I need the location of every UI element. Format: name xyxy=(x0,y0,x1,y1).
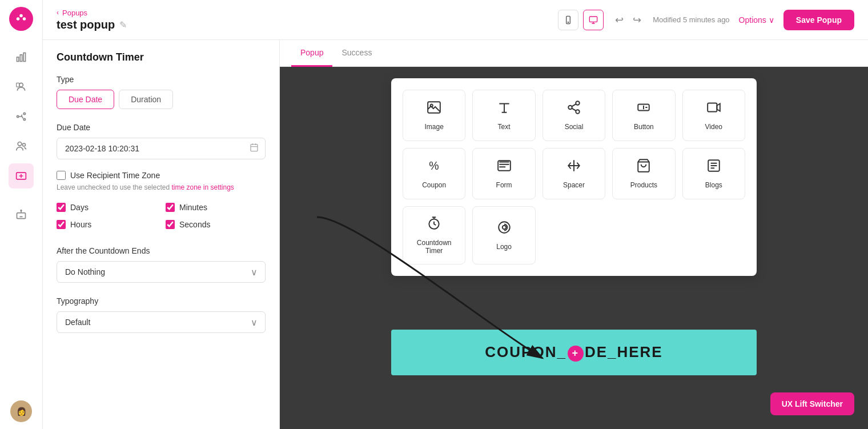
hours-label: Hours xyxy=(70,220,91,229)
picker-video[interactable]: Video xyxy=(682,90,745,141)
picker-blogs[interactable]: Blogs xyxy=(682,148,745,199)
days-row: Days xyxy=(57,203,156,212)
social-label: Social xyxy=(565,123,584,131)
nav-contacts[interactable] xyxy=(9,74,34,99)
form-icon xyxy=(497,158,512,177)
after-countdown-select[interactable]: Do Nothing xyxy=(57,261,266,283)
picker-spacer[interactable]: Spacer xyxy=(542,148,605,199)
days-label: Days xyxy=(70,203,89,212)
modified-text: Modified 5 minutes ago xyxy=(653,15,729,24)
days-checkbox[interactable] xyxy=(57,203,66,212)
nav-analytics[interactable] xyxy=(9,45,34,70)
tz-settings-link[interactable]: time zone in settings xyxy=(171,183,234,191)
breadcrumb-arrow: ‹ xyxy=(57,9,59,17)
svg-point-21 xyxy=(431,105,433,107)
coupon-label: Coupon xyxy=(422,181,446,189)
tab-success[interactable]: Success xyxy=(332,40,381,67)
breadcrumb[interactable]: ‹ Popups xyxy=(57,9,549,17)
typography-select[interactable]: Default xyxy=(57,311,266,333)
svg-point-0 xyxy=(17,17,20,21)
svg-point-17 xyxy=(568,22,569,22)
picker-button[interactable]: Button xyxy=(612,90,675,141)
seconds-label: Seconds xyxy=(179,220,210,229)
page-title: test popup xyxy=(57,18,115,31)
svg-point-10 xyxy=(23,118,25,120)
minutes-checkbox[interactable] xyxy=(166,203,175,212)
picker-logo[interactable]: Logo xyxy=(472,206,535,264)
breadcrumb-label: Popups xyxy=(62,9,87,17)
topbar-right: ↩ ↪ Modified 5 minutes ago Options ∨ Sav… xyxy=(613,10,854,30)
svg-rect-5 xyxy=(23,53,25,62)
nav-users[interactable] xyxy=(9,134,34,159)
options-chevron-icon: ∨ xyxy=(769,15,774,25)
seconds-checkbox[interactable] xyxy=(166,220,175,229)
plus-badge[interactable]: + xyxy=(568,346,584,362)
button-icon xyxy=(636,100,651,118)
nav-popups[interactable] xyxy=(9,163,34,189)
svg-point-9 xyxy=(23,113,25,114)
svg-rect-26 xyxy=(708,103,717,111)
user-avatar[interactable]: 👩 xyxy=(10,400,32,422)
coupon-text-area: COUPON_+DE_HERE xyxy=(391,330,757,375)
picker-countdown[interactable]: Countdown Timer xyxy=(403,206,465,264)
blogs-label: Blogs xyxy=(705,181,722,189)
undo-btn[interactable]: ↩ xyxy=(613,11,626,29)
svg-point-6 xyxy=(19,83,23,87)
svg-text:%: % xyxy=(429,159,439,172)
canvas-tabs: Popup Success xyxy=(280,40,868,67)
button-label: Button xyxy=(634,123,654,131)
picker-text[interactable]: Text xyxy=(472,90,535,141)
type-buttons: Due Date Duration xyxy=(57,90,266,109)
spacer-icon xyxy=(566,158,581,177)
coupon-icon: % xyxy=(427,158,441,177)
popup-container: Image Text xyxy=(391,78,757,375)
picker-products[interactable]: Products xyxy=(612,148,675,199)
countdown-label: Countdown Timer xyxy=(408,239,460,255)
svg-point-32 xyxy=(502,226,506,230)
picker-image[interactable]: Image xyxy=(403,90,465,141)
typography-label: Typography xyxy=(57,296,266,306)
date-input-wrapper xyxy=(57,138,266,159)
settings-sidebar: Countdown Timer Type Due Date Duration D… xyxy=(43,40,280,429)
picker-coupon[interactable]: % Coupon xyxy=(403,148,465,199)
use-tz-checkbox[interactable] xyxy=(57,171,66,180)
seconds-row: Seconds xyxy=(166,220,266,229)
hours-row: Hours xyxy=(57,220,156,229)
nav-flows[interactable] xyxy=(9,104,34,129)
minutes-label: Minutes xyxy=(179,203,207,212)
picker-form[interactable]: Form xyxy=(472,148,535,199)
ux-lift-btn[interactable]: UX Lift Switcher xyxy=(770,392,854,415)
topbar-center xyxy=(558,10,604,30)
svg-point-15 xyxy=(21,210,22,211)
use-tz-row: Use Recipient Time Zone xyxy=(57,171,266,180)
due-date-btn[interactable]: Due Date xyxy=(57,90,114,109)
sidebar-title: Countdown Timer xyxy=(57,51,266,63)
app-logo[interactable] xyxy=(9,7,33,31)
video-label: Video xyxy=(705,123,722,131)
undo-redo-group: ↩ ↪ xyxy=(613,11,644,29)
due-date-label: Due Date xyxy=(57,123,266,132)
svg-rect-4 xyxy=(20,55,22,62)
due-date-input[interactable] xyxy=(57,138,266,159)
edit-title-icon[interactable]: ✎ xyxy=(119,19,127,30)
typography-select-wrapper: Default ∨ xyxy=(57,311,266,333)
options-btn[interactable]: Options ∨ xyxy=(739,15,774,25)
save-popup-btn[interactable]: Save Popup xyxy=(783,10,854,30)
desktop-device-btn[interactable] xyxy=(583,10,604,30)
duration-btn[interactable]: Duration xyxy=(119,90,173,109)
blogs-icon xyxy=(706,158,721,177)
svg-rect-18 xyxy=(590,17,597,22)
mobile-device-btn[interactable] xyxy=(558,10,578,30)
element-picker: Image Text xyxy=(391,78,757,276)
picker-social[interactable]: Social xyxy=(542,90,605,141)
page-title-row: test popup ✎ xyxy=(57,18,549,31)
type-label: Type xyxy=(57,75,266,84)
redo-btn[interactable]: ↪ xyxy=(630,11,644,29)
main-wrapper: ‹ Popups test popup ✎ xyxy=(43,0,868,429)
svg-point-12 xyxy=(23,143,26,146)
tab-popup[interactable]: Popup xyxy=(291,40,332,67)
minutes-row: Minutes xyxy=(166,203,266,212)
hours-checkbox[interactable] xyxy=(57,220,66,229)
nav-bot[interactable] xyxy=(9,202,34,227)
left-nav: 👩 xyxy=(0,0,43,429)
